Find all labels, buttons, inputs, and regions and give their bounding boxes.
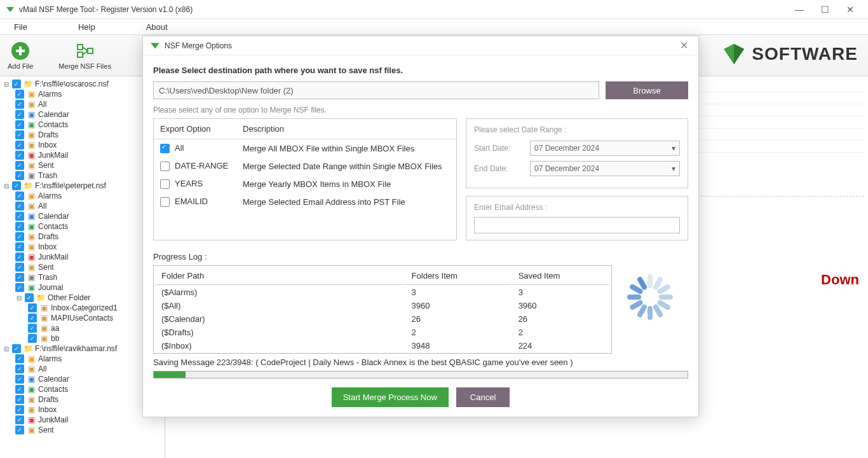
- tree-folder-node[interactable]: ✓▣Contacts: [15, 384, 162, 394]
- export-option-row[interactable]: YEARSMerge Yearly MBOX Items in MBOX Fil…: [154, 175, 456, 193]
- merge-nsf-button[interactable]: Merge NSF Files: [58, 41, 111, 70]
- cancel-button[interactable]: Cancel: [456, 387, 510, 407]
- tree-folder-node[interactable]: ✓▣Trash: [15, 272, 162, 282]
- col-folder-path: Folder Path: [155, 267, 404, 285]
- tree-folder-node[interactable]: ✓▣Drafts: [15, 130, 162, 140]
- export-option-row[interactable]: EMAILIDMerge Selected Email Address into…: [154, 193, 456, 211]
- folder-tree[interactable]: ⊟✓📁F:\nsffile\oscarosc.nsf✓▣Alarms✓▣All✓…: [0, 76, 165, 458]
- menu-file[interactable]: File: [8, 21, 34, 33]
- tree-folder-node[interactable]: ✓▣Calendar: [15, 211, 162, 221]
- start-date-picker[interactable]: 07 December 2024▾: [530, 141, 680, 156]
- tree-folder-node[interactable]: ✓▣Inbox: [15, 242, 162, 252]
- progress-row: ($Inbox)3948224: [155, 340, 610, 352]
- svg-rect-1: [78, 45, 83, 50]
- maximize-button[interactable]: ☐: [812, 1, 837, 18]
- tree-folder-node[interactable]: ✓▣Inbox: [15, 405, 162, 415]
- tree-folder-node[interactable]: ✓▣Sent: [15, 262, 162, 272]
- tree-other-folder[interactable]: ⊟✓📁Other Folder: [15, 293, 162, 303]
- tree-file-node[interactable]: ⊟✓📁F:\nsffile\peterpet.nsf: [3, 181, 162, 191]
- progress-log-label: Progress Log :: [153, 252, 688, 261]
- brand-logo: SOFTWARE: [721, 41, 858, 67]
- brand-icon: [721, 41, 747, 67]
- headline-partial: Down: [821, 272, 859, 288]
- progress-table: Folder Path Folders Item Saved Item ($Al…: [153, 265, 612, 354]
- add-file-button[interactable]: Add File: [8, 41, 33, 70]
- option-checkbox[interactable]: [160, 162, 170, 171]
- tree-folder-node[interactable]: ✓▣Sent: [15, 160, 162, 170]
- tree-folder-node[interactable]: ✓▣All: [15, 201, 162, 211]
- tree-folder-node[interactable]: ✓▣JunkMail: [15, 415, 162, 425]
- export-options-table: Export Option Description AllMerge All M…: [153, 118, 457, 240]
- browse-button[interactable]: Browse: [606, 81, 688, 99]
- merge-nsf-label: Merge NSF Files: [58, 62, 111, 70]
- tree-folder-node[interactable]: ✓▣Journal: [15, 282, 162, 293]
- option-checkbox[interactable]: [160, 144, 170, 153]
- progress-row: ($Drafts)22: [155, 326, 610, 338]
- tree-folder-node[interactable]: ✓▣Inbox: [15, 140, 162, 150]
- end-date-label: End Date:: [474, 164, 525, 173]
- tree-folder-node[interactable]: ✓▣JunkMail: [15, 252, 162, 262]
- dialog-close-button[interactable]: ✕: [676, 39, 692, 52]
- start-date-label: Start Date:: [474, 144, 525, 153]
- tree-folder-node[interactable]: ✓▣Drafts: [15, 232, 162, 242]
- titlebar: vMail NSF Merge Tool:- Register Version …: [0, 0, 868, 19]
- email-input[interactable]: [474, 217, 680, 233]
- dialog-title: NSF Merge Options: [165, 41, 676, 50]
- email-address-box: Enter Email Address :: [466, 196, 688, 240]
- tree-folder-node[interactable]: ✓▣JunkMail: [15, 150, 162, 160]
- tree-file-node[interactable]: ⊟✓📁F:\nsffile\ravikhaimar.nsf: [3, 344, 162, 354]
- menubar: File Help About: [0, 19, 868, 34]
- calendar-icon: ▾: [672, 164, 675, 173]
- tree-folder-node[interactable]: ✓▣Contacts: [15, 120, 162, 130]
- brand-text: SOFTWARE: [752, 44, 858, 64]
- tree-folder-node[interactable]: ✓▣Trash: [15, 170, 162, 181]
- plus-icon: [10, 41, 31, 61]
- tree-folder-node[interactable]: ✓▣Calendar: [15, 374, 162, 384]
- svg-rect-3: [88, 48, 93, 53]
- col-export-option: Export Option: [154, 119, 236, 139]
- col-saved-item: Saved Item: [512, 267, 610, 285]
- option-checkbox[interactable]: [160, 179, 170, 189]
- progress-row: ($All)39603960: [155, 300, 610, 312]
- tree-file-node[interactable]: ⊟✓📁F:\nsffile\oscarosc.nsf: [3, 79, 162, 89]
- end-date-picker[interactable]: 07 December 2024▾: [530, 161, 680, 176]
- tree-folder-node[interactable]: ✓▣Calendar: [15, 109, 162, 120]
- tree-folder-node[interactable]: ✓▣Alarms: [15, 89, 162, 99]
- tree-folder-node[interactable]: ✓▣Alarms: [15, 354, 162, 364]
- merge-options-dialog: NSF Merge Options ✕ Please Select destin…: [142, 36, 699, 417]
- progress-row: ($Alarms)33: [155, 286, 610, 298]
- spinner-icon: [625, 272, 675, 323]
- menu-about[interactable]: About: [140, 21, 174, 33]
- progress-bar: [153, 371, 688, 378]
- close-button[interactable]: ✕: [837, 1, 863, 18]
- export-option-row[interactable]: AllMerge All MBOX File within Single MBO…: [154, 139, 456, 158]
- date-range-title: Please select Date Range :: [474, 125, 680, 134]
- merge-icon: [75, 41, 95, 61]
- window-title: vMail NSF Merge Tool:- Register Version …: [19, 5, 787, 14]
- add-file-label: Add File: [8, 62, 33, 70]
- tree-folder-node[interactable]: ✓▣All: [15, 99, 162, 109]
- app-icon: [5, 4, 15, 15]
- tree-folder-node[interactable]: ✓▣Alarms: [15, 191, 162, 201]
- status-message: Saving Message 223/3948: ( CodeProject |…: [153, 357, 688, 367]
- progress-row: ($Calendar)2626: [155, 313, 610, 325]
- tree-folder-node[interactable]: ✓▣Drafts: [15, 394, 162, 405]
- export-option-row[interactable]: DATE-RANGEMerge Selected Date Range with…: [154, 157, 456, 175]
- menu-help[interactable]: Help: [72, 21, 102, 33]
- tree-folder-node[interactable]: ✓▣Contacts: [15, 221, 162, 232]
- option-section-label: Please select any of one option to Merge…: [153, 106, 688, 114]
- start-merge-button[interactable]: Start Merge Process Now: [332, 387, 449, 407]
- minimize-button[interactable]: —: [787, 1, 812, 18]
- destination-label: Please Select destination path where you…: [153, 66, 688, 75]
- dialog-titlebar: NSF Merge Options ✕: [143, 36, 698, 55]
- calendar-icon: ▾: [672, 144, 675, 153]
- dialog-icon: [149, 40, 161, 52]
- svg-rect-2: [78, 52, 83, 57]
- destination-input[interactable]: [153, 81, 599, 99]
- col-folders-item: Folders Item: [405, 267, 511, 285]
- col-description: Description: [236, 119, 456, 139]
- tree-folder-node[interactable]: ✓▣All: [15, 364, 162, 374]
- tree-folder-node[interactable]: ✓▣Sent: [15, 425, 162, 435]
- option-checkbox[interactable]: [160, 197, 170, 207]
- email-label: Enter Email Address :: [474, 203, 680, 212]
